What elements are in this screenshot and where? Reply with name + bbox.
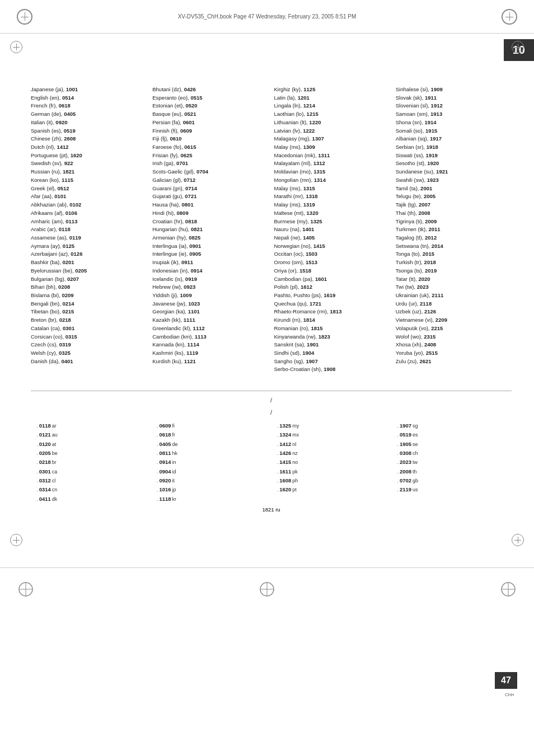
cc-code: au — [52, 431, 58, 439]
cc-dot: . — [397, 449, 399, 458]
lang-entry: Shona (sn), 1914 — [396, 119, 512, 127]
lang-entry: Kannada (kn), 1114 — [152, 341, 268, 349]
cc-entry: .0702 gb — [397, 476, 506, 485]
cc-entry: .2119 us — [397, 485, 506, 494]
lang-entry: Setswana (tn), 2014 — [396, 242, 512, 251]
lang-entry: Slovak (sk), 1911 — [396, 94, 512, 102]
cc-num: 0914 — [159, 458, 171, 467]
cc-code: at — [52, 440, 57, 449]
lang-entry: Tigrinya (ti), 2009 — [396, 218, 512, 226]
cc-code: th — [413, 468, 417, 476]
cc-dot: . — [277, 458, 279, 467]
bottom-left-crosshair — [17, 580, 35, 599]
cc-dot: . — [157, 485, 158, 494]
cc-code: es — [413, 431, 418, 439]
lang-entry: Ukrainian (uk), 2111 — [396, 292, 512, 300]
cc-code: my — [292, 422, 299, 430]
lang-entry: Danish (da), 0401 — [31, 358, 147, 366]
cc-code: id — [172, 468, 176, 476]
lang-column-3: Kirghiz (ky), 1125Latin (la), 1201Lingal… — [274, 86, 390, 374]
lang-entry: Malayalam (ml), 1312 — [274, 159, 390, 168]
lang-entry: Siswati (ss), 1919 — [396, 152, 512, 160]
lang-entry: Afar (aa), 0101 — [31, 192, 147, 201]
cc-dot: . — [397, 485, 399, 494]
cc-num: 0121 — [39, 430, 51, 439]
lang-entry: Hungarian (hu), 0821 — [152, 226, 268, 234]
cc-code: nl — [292, 440, 296, 449]
lang-entry: Breton (br), 0218 — [31, 316, 147, 325]
cc-entry: .0920 it — [157, 476, 266, 485]
lang-entry: Tajik (tg), 2007 — [396, 201, 512, 209]
cc-entry: .0118 ar — [36, 421, 146, 430]
cc-dot: . — [157, 449, 158, 458]
cc-num: 0205 — [39, 449, 51, 458]
lang-entry: Quechua (qu), 1721 — [274, 300, 390, 308]
cc-num: 1611 — [279, 467, 291, 476]
section1-header: / — [31, 397, 512, 403]
cc-column-4: .1907 sg.0519 es.1905 se.0308 ch.2023 tw… — [397, 421, 506, 504]
lang-entry: Persian (fa), 0601 — [152, 119, 268, 127]
cc-entry: .0120 at — [36, 440, 146, 449]
lang-entry: Yoruba (yo), 2515 — [396, 349, 512, 358]
top-bar: XV-DV535_ChH.book Page 47 Wednesday, Feb… — [0, 0, 534, 34]
lang-entry: Georgian (ka), 1101 — [152, 308, 268, 316]
lang-entry: Croatian (hr), 0818 — [152, 218, 268, 226]
section-divider-1 — [31, 391, 512, 391]
lang-entry: Bislama (bi), 0209 — [31, 292, 147, 300]
lang-entry: Frisian (fy), 0625 — [152, 152, 268, 160]
lang-entry: Zulu (zu), 2621 — [396, 358, 512, 366]
lang-entry: Sundanese (su), 1921 — [396, 168, 512, 176]
lang-entry: Catalan (ca), 0301 — [31, 325, 147, 333]
lang-entry: Nepali (ne), 1405 — [274, 234, 390, 242]
cc-code: hk — [172, 449, 178, 458]
cc-num: 0405 — [159, 440, 171, 449]
lang-entry: Amharic (am), 0113 — [31, 218, 147, 226]
lang-entry: Kirundi (rn), 1814 — [274, 316, 390, 325]
cc-num: 2008 — [400, 467, 411, 476]
left-marker-1 — [10, 41, 22, 53]
lang-entry: Volapuük (vo), 2215 — [396, 325, 512, 333]
lang-entry: Tatar (tt), 2020 — [396, 275, 512, 284]
cc-code: cl — [52, 477, 56, 485]
cc-dot: . — [36, 458, 38, 467]
cc-entry: .2023 tw — [397, 458, 506, 467]
lang-entry: Icelandic (is), 0919 — [152, 275, 268, 284]
cc-entry: .1325 my — [277, 421, 386, 430]
lang-entry: Basque (eu), 0521 — [152, 110, 268, 119]
lang-entry: Czech (cs), 0319 — [31, 341, 147, 349]
lang-entry: Turkmen (tk), 2011 — [396, 226, 512, 234]
right-marker-1 — [512, 41, 524, 53]
header-text: XV-DV535_ChH.book Page 47 Wednesday, Feb… — [32, 13, 502, 20]
cc-dot: . — [397, 458, 399, 467]
bottom-right-crosshair — [499, 580, 517, 599]
lang-entry: Bengali (bn), 0214 — [31, 300, 147, 308]
cc-dot: . — [157, 458, 158, 467]
cc-entry: .0205 be — [36, 449, 146, 458]
lang-entry: Bashkir (ba), 0201 — [31, 259, 147, 267]
cc-entry: .0218 br — [36, 458, 146, 467]
cc-num: 1412 — [279, 440, 291, 449]
lang-entry: Latvian (lv), 1222 — [274, 127, 390, 135]
cc-code: fr — [172, 431, 176, 439]
cc-entry: .1016 jp — [157, 485, 266, 494]
lang-entry: Arabic (ar), 0118 — [31, 226, 147, 234]
lang-entry: Urdu (ur), 2118 — [396, 300, 512, 308]
lang-entry: Welsh (cy), 0325 — [31, 349, 147, 358]
cc-code: cn — [52, 486, 58, 494]
lang-entry: Assamese (as), 0119 — [31, 234, 147, 242]
cc-num: 1016 — [159, 485, 171, 494]
lang-entry: Armenian (hy), 0825 — [152, 234, 268, 242]
lang-entry: Latin (la), 1201 — [274, 94, 390, 102]
cc-entry: .1324 mx — [277, 430, 386, 439]
cc-entry: .1426 nz — [277, 449, 386, 458]
lang-entry: Interlingue (ie), 0905 — [152, 250, 268, 259]
lang-entry: Estonian (et), 0520 — [152, 102, 268, 110]
lang-entry: Somali (so), 1915 — [396, 127, 512, 135]
cc-entry: .0904 id — [157, 467, 266, 476]
cc-num: 0218 — [39, 458, 51, 467]
lang-entry: Malay (ms), 1315 — [274, 185, 390, 193]
lang-entry: Byelorussian (be), 0205 — [31, 267, 147, 275]
cc-code: ph — [292, 477, 298, 485]
cc-entry: .0121 au — [36, 430, 146, 439]
cc-code: fi — [172, 422, 175, 430]
